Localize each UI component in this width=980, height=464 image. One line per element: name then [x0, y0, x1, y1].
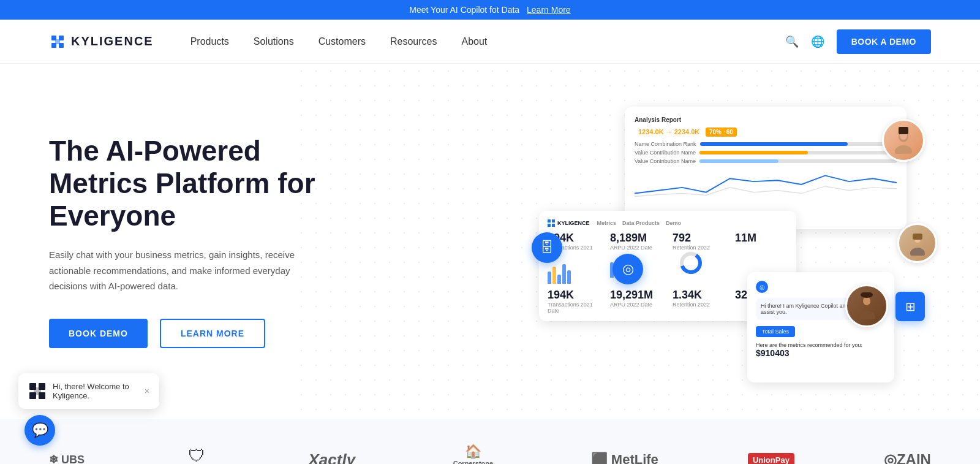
metric-val-7: 11M — [735, 232, 788, 245]
nav-solutions[interactable]: Solutions — [254, 36, 294, 47]
avatar-1 — [882, 119, 925, 162]
cornerstone-label: CornerstoneHOME LENDING, INC. — [445, 460, 502, 464]
data-products-tab: Data Products — [622, 220, 660, 226]
svg-rect-14 — [899, 127, 908, 134]
database-icon: 🗄 — [540, 240, 554, 256]
refresh-icon-circle: ◎ — [612, 254, 643, 284]
search-icon[interactable]: 🔍 — [785, 35, 799, 48]
metric-val-6: 1.34K — [673, 289, 725, 302]
globe-icon[interactable]: 🌐 — [811, 35, 824, 48]
nav-links: Products Solutions Customers Resources A… — [190, 36, 785, 47]
metric-194k-2: 194K Transactions 2021 Date — [548, 289, 600, 314]
line-chart — [635, 169, 897, 200]
copilot-icon: ◎ — [756, 281, 768, 293]
chat-popup-text: Hi, there! Welcome to Kyligence. — [53, 382, 138, 400]
svg-point-22 — [861, 292, 873, 298]
chat-response-text: Here are the metrics recommended for you… — [756, 342, 886, 348]
excel-icon-circle: ⊞ — [895, 292, 925, 321]
unionpay-badge: UnionPay — [748, 453, 794, 464]
chat-popup: Hi, there! Welcome to Kyligence. × — [18, 373, 159, 409]
hero-title: The AI-Powered Metrics Platform for Ever… — [49, 135, 355, 232]
logo-cornerstone: 🏠 CornerstoneHOME LENDING, INC. — [445, 444, 502, 464]
nav-about[interactable]: About — [462, 36, 488, 47]
kylig-mini-icon — [548, 219, 555, 227]
chat-close-button[interactable]: × — [145, 386, 149, 396]
banner-text: Meet Your AI Copilot fot Data — [409, 5, 519, 15]
analysis-header: Analysis Report — [635, 116, 897, 123]
avatar-3 — [845, 284, 888, 327]
avatar-man — [905, 231, 930, 256]
kyligence-chat-logo — [28, 382, 47, 400]
mini-bar-1 — [548, 259, 600, 284]
svg-rect-6 — [552, 219, 555, 222]
prog-item-2: Value Contribution Name — [635, 150, 897, 156]
svg-rect-18 — [913, 234, 922, 240]
analysis-badge: 70% ↑60 — [706, 127, 737, 137]
chat-open-button[interactable]: 💬 — [24, 415, 55, 446]
avatar-woman — [890, 127, 917, 154]
prog-fill-3 — [699, 159, 778, 163]
metric-19291m: 19,291M ARPU 2022 Date — [610, 289, 663, 314]
chat-amount-value: $910403 — [756, 348, 886, 358]
hero-visual: Analysis Report 1234.0K → 2234.0K 70% ↑6… — [527, 88, 956, 395]
database-icon-circle: 🗄 — [532, 232, 562, 263]
hero-content: The AI-Powered Metrics Platform for Ever… — [49, 135, 355, 348]
svg-rect-4 — [55, 39, 60, 44]
logo[interactable]: KYLIGENCE — [49, 33, 154, 50]
prog-bar-1 — [700, 142, 897, 146]
prog-bar-2 — [699, 151, 897, 154]
logo-ubs: ❄ UBS — [49, 453, 85, 464]
nav-actions: 🔍 🌐 BOOK A DEMO — [785, 29, 931, 54]
svg-point-17 — [910, 248, 925, 256]
chat-widget: Hi, there! Welcome to Kyligence. × 💬 — [18, 373, 159, 446]
demo-tab: Demo — [666, 220, 681, 226]
avatar-woman-2 — [853, 292, 880, 319]
chat-result: Here are the metrics recommended for you… — [756, 342, 886, 358]
progress-bars: Name Combination Rank Value Contribution… — [635, 141, 897, 164]
metric-label-3: Retention 2022 — [673, 245, 725, 251]
learn-more-button[interactable]: LEARN MORE — [160, 319, 265, 348]
svg-point-21 — [858, 311, 875, 319]
total-sales-button[interactable]: Total Sales — [756, 326, 795, 337]
analysis-values: 1234.0K → 2234.0K 70% ↑60 — [635, 127, 897, 136]
hero-section: The AI-Powered Metrics Platform for Ever… — [0, 64, 980, 419]
logo-unionpay: UnionPay — [748, 453, 794, 464]
logo-text: KYLIGENCE — [71, 34, 154, 48]
metric-val-2: 8,189M — [610, 232, 663, 245]
metric-val-5: 19,291M — [610, 289, 663, 302]
metric-label-4: Transactions 2021 Date — [548, 302, 600, 314]
nav-resources[interactable]: Resources — [390, 36, 437, 47]
banner-link[interactable]: Learn More — [527, 5, 571, 15]
book-demo-button[interactable]: BOOK A DEMO — [837, 29, 931, 54]
nav-products[interactable]: Products — [190, 36, 229, 47]
prog-bar-3 — [699, 159, 897, 163]
donut-chart — [673, 251, 709, 275]
svg-rect-5 — [548, 219, 551, 222]
hero-buttons: BOOK DEMO LEARN MORE — [49, 319, 355, 348]
metric-label-6: Retention 2022 — [673, 302, 725, 308]
chat-bubble-icon: 💬 — [32, 422, 48, 438]
metric-val-4: 194K — [548, 289, 600, 302]
metric-134k: 1.34K Retention 2022 — [673, 289, 725, 314]
prog-fill-2 — [699, 151, 808, 154]
prog-item-1: Name Combination Rank — [635, 141, 897, 147]
book-demo-hero-button[interactable]: BOOK DEMO — [49, 319, 148, 348]
metric-label-5: ARPU 2022 Date — [610, 302, 663, 308]
logo-zain: ◎ZAIN — [884, 451, 931, 464]
top-banner: Meet Your AI Copilot fot Data Learn More — [0, 0, 980, 20]
chat-button-row: 💬 — [18, 415, 159, 446]
prog-fill-1 — [700, 142, 848, 146]
refresh-icon: ◎ — [622, 261, 634, 277]
metric-label-2: ARPU 2022 Date — [610, 245, 663, 251]
svg-rect-7 — [548, 224, 551, 227]
logo-porsche: 🛡 PORSCHE — [174, 446, 219, 464]
logo-metlife: ⬛ MetLife — [591, 452, 658, 464]
logo-xactly: Xactly — [308, 451, 355, 464]
svg-point-20 — [863, 297, 870, 305]
svg-point-12 — [895, 145, 912, 154]
porsche-crest-icon: 🛡 — [174, 446, 219, 464]
svg-rect-27 — [34, 387, 41, 395]
navbar: KYLIGENCE Products Solutions Customers R… — [0, 20, 980, 64]
nav-customers[interactable]: Customers — [318, 36, 366, 47]
kyligence-label: KYLIGENCE — [557, 220, 590, 226]
